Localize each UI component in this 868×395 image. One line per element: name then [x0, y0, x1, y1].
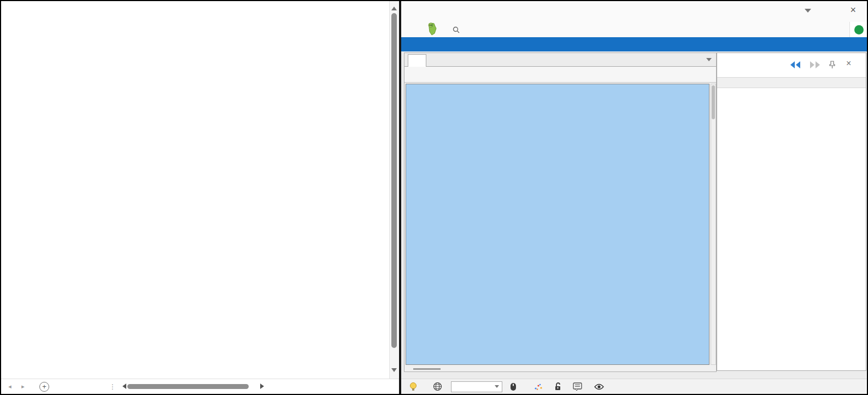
svg-text:AB: AB	[429, 24, 433, 27]
scrollbar-thumb[interactable]	[127, 384, 249, 389]
mouse-icon	[510, 382, 517, 391]
title-bar: ×	[401, 1, 868, 22]
help-button[interactable]	[854, 25, 864, 34]
scrollbar-thumb[interactable]	[391, 13, 397, 348]
work-area: ×	[401, 51, 868, 379]
layers-header: ×	[717, 53, 866, 77]
unlock-icon[interactable]	[554, 382, 562, 391]
collapse-window-icon[interactable]	[805, 9, 811, 16]
chevron-down-icon	[495, 385, 499, 390]
tabbar-grip[interactable]: ⋮	[109, 383, 116, 391]
spatialxl-window: × AB	[399, 1, 868, 394]
tab-main-view[interactable]	[408, 54, 426, 67]
excel-window: ◂ ▸ + ⋮	[1, 1, 399, 394]
layers-tree	[717, 88, 866, 90]
help-panel	[849, 22, 868, 37]
scroll-right-icon[interactable]	[260, 384, 267, 389]
search-icon	[453, 26, 460, 33]
map-document	[404, 53, 717, 372]
tab-list-dropdown-icon[interactable]	[706, 58, 712, 64]
map-svg	[406, 84, 709, 365]
main-toolbar	[401, 37, 868, 51]
collapse-right-icon[interactable]	[809, 61, 821, 71]
menu-bar: AB	[401, 22, 868, 37]
sheet-nav-right-icon[interactable]: ▸	[19, 383, 27, 390]
projection-globe-icon[interactable]	[433, 382, 442, 391]
pin-panel-icon[interactable]	[829, 61, 836, 71]
sheet-nav-left-icon[interactable]: ◂	[5, 383, 14, 390]
snap-points-icon[interactable]	[534, 383, 543, 391]
new-sheet-button[interactable]: +	[39, 382, 49, 392]
map-horizontal-scrollbar[interactable]	[406, 367, 709, 371]
scroll-left-icon[interactable]	[120, 384, 126, 389]
layers-panel: ×	[717, 53, 866, 371]
light-bulb-icon[interactable]	[409, 382, 418, 392]
close-window-icon[interactable]: ×	[850, 4, 856, 16]
status-bar	[401, 379, 868, 394]
annotation-icon[interactable]	[573, 382, 582, 391]
view-orientation-eye-icon	[594, 384, 604, 390]
excel-horizontal-scrollbar[interactable]	[122, 383, 261, 391]
scale-combobox[interactable]	[451, 381, 502, 392]
app-logo-icon: AB	[425, 22, 439, 38]
excel-vertical-scrollbar[interactable]	[389, 1, 398, 379]
menu-search[interactable]	[453, 26, 462, 33]
scrollbar-thumb[interactable]	[712, 85, 715, 119]
document-tab-strip	[404, 53, 716, 67]
scroll-up-icon[interactable]	[391, 4, 397, 10]
collapse-left-icon[interactable]	[789, 61, 801, 71]
description-header	[717, 77, 866, 88]
scrollbar-thumb[interactable]	[413, 368, 441, 370]
map-vertical-scrollbar[interactable]	[711, 84, 716, 365]
close-panel-icon[interactable]: ×	[846, 59, 851, 68]
map-toolbar	[404, 67, 716, 83]
spreadsheet-grid[interactable]	[1, 1, 389, 379]
screenshot-root: ◂ ▸ + ⋮ × AB	[0, 0, 868, 395]
scroll-down-icon[interactable]	[391, 368, 397, 375]
map-view[interactable]	[406, 84, 709, 365]
sheet-tab-bar: ◂ ▸ + ⋮	[1, 379, 399, 394]
